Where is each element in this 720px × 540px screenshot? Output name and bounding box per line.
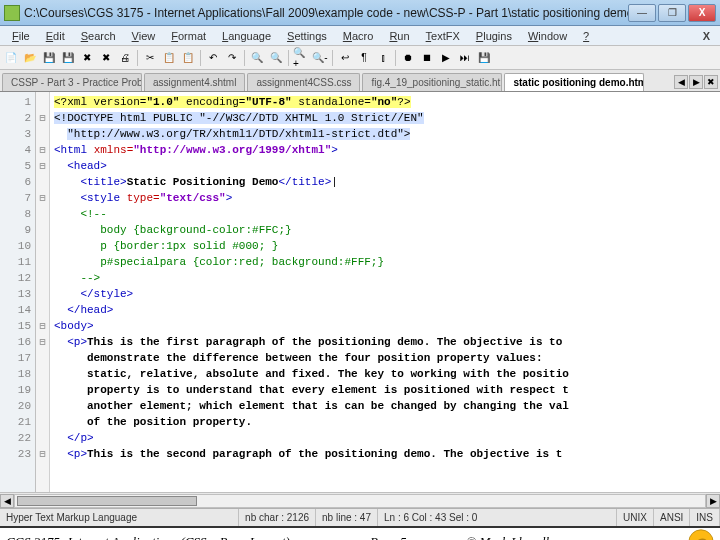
- tab-scroll-right-icon[interactable]: ▶: [689, 75, 703, 89]
- replace-icon[interactable]: 🔍: [267, 49, 285, 67]
- copy-icon[interactable]: 📋: [160, 49, 178, 67]
- indent-guide-icon[interactable]: ⫿: [374, 49, 392, 67]
- find-icon[interactable]: 🔍: [248, 49, 266, 67]
- close-button[interactable]: X: [688, 4, 716, 22]
- document-tab[interactable]: fig.4_19_positioning_static.html: [362, 73, 502, 91]
- menu-settings[interactable]: Settings: [279, 28, 335, 44]
- wordwrap-icon[interactable]: ↩: [336, 49, 354, 67]
- toolbar: 📄 📂 💾 💾 ✖ ✖ 🖨 ✂ 📋 📋 ↶ ↷ 🔍 🔍 🔍+ 🔍- ↩ ¶ ⫿ …: [0, 46, 720, 70]
- slide-footer: CGS 3175: Internet Applications (CSS – P…: [0, 526, 720, 540]
- menu-window[interactable]: Window: [520, 28, 575, 44]
- menu-view[interactable]: View: [124, 28, 164, 44]
- save-icon[interactable]: 💾: [40, 49, 58, 67]
- status-language: Hyper Text Markup Language: [0, 509, 239, 526]
- code-content[interactable]: <?xml version="1.0" encoding="UTF-8" sta…: [50, 92, 720, 492]
- menu-macro[interactable]: Macro: [335, 28, 382, 44]
- print-icon[interactable]: 🖨: [116, 49, 134, 67]
- zoom-out-icon[interactable]: 🔍-: [311, 49, 329, 67]
- scroll-track[interactable]: [14, 494, 706, 508]
- statusbar: Hyper Text Markup Language nb char : 212…: [0, 508, 720, 526]
- status-line-count: nb line : 47: [316, 509, 378, 526]
- paste-icon[interactable]: 📋: [179, 49, 197, 67]
- footer-copyright: © Mark Llewellyn: [466, 534, 561, 540]
- menu-language[interactable]: Language: [214, 28, 279, 44]
- undo-icon[interactable]: ↶: [204, 49, 222, 67]
- document-close-icon[interactable]: X: [697, 30, 716, 42]
- document-tab[interactable]: static positioning demo.html: [504, 73, 644, 91]
- menu-search[interactable]: Search: [73, 28, 124, 44]
- menu-plugins[interactable]: Plugins: [468, 28, 520, 44]
- status-encoding: ANSI: [654, 509, 690, 526]
- new-file-icon[interactable]: 📄: [2, 49, 20, 67]
- open-file-icon[interactable]: 📂: [21, 49, 39, 67]
- tab-close-icon[interactable]: ✖: [704, 75, 718, 89]
- status-insert-mode: INS: [690, 509, 720, 526]
- redo-icon[interactable]: ↷: [223, 49, 241, 67]
- menu-run[interactable]: Run: [381, 28, 417, 44]
- tab-scroll-left-icon[interactable]: ◀: [674, 75, 688, 89]
- save-macro-icon[interactable]: 💾: [475, 49, 493, 67]
- menu-edit[interactable]: Edit: [38, 28, 73, 44]
- save-all-icon[interactable]: 💾: [59, 49, 77, 67]
- cut-icon[interactable]: ✂: [141, 49, 159, 67]
- menu-format[interactable]: Format: [163, 28, 214, 44]
- close-all-icon[interactable]: ✖: [97, 49, 115, 67]
- window-titlebar: C:\Courses\CGS 3175 - Internet Applicati…: [0, 0, 720, 26]
- footer-page: Page 5: [370, 534, 406, 540]
- footer-course: CGS 3175: Internet Applications (CSS – P…: [6, 534, 290, 540]
- zoom-in-icon[interactable]: 🔍+: [292, 49, 310, 67]
- status-position: Ln : 6 Col : 43 Sel : 0: [378, 509, 617, 526]
- scroll-thumb[interactable]: [17, 496, 197, 506]
- status-char-count: nb char : 2126: [239, 509, 316, 526]
- document-tabbar: CSSP - Part 3 - Practice Problem 2.htmla…: [0, 70, 720, 92]
- scroll-right-icon[interactable]: ▶: [706, 494, 720, 508]
- horizontal-scrollbar[interactable]: ◀ ▶: [0, 492, 720, 508]
- app-icon: [4, 5, 20, 21]
- menu-textfx[interactable]: TextFX: [418, 28, 468, 44]
- show-all-chars-icon[interactable]: ¶: [355, 49, 373, 67]
- document-tab[interactable]: CSSP - Part 3 - Practice Problem 2.html: [2, 73, 142, 91]
- maximize-button[interactable]: ❐: [658, 4, 686, 22]
- menu-?[interactable]: ?: [575, 28, 597, 44]
- line-number-gutter: 1234567891011121314151617181920212223: [0, 92, 36, 492]
- pegasus-logo-icon: [688, 529, 714, 540]
- record-macro-icon[interactable]: ⏺: [399, 49, 417, 67]
- menu-file[interactable]: File: [4, 28, 38, 44]
- minimize-button[interactable]: —: [628, 4, 656, 22]
- editor[interactable]: 1234567891011121314151617181920212223 ⊟ …: [0, 92, 720, 492]
- play-macro-icon[interactable]: ▶: [437, 49, 455, 67]
- stop-macro-icon[interactable]: ⏹: [418, 49, 436, 67]
- scroll-left-icon[interactable]: ◀: [0, 494, 14, 508]
- svg-point-0: [689, 530, 713, 540]
- document-tab[interactable]: assignment4CSS.css: [247, 73, 360, 91]
- document-tab[interactable]: assignment4.shtml: [144, 73, 245, 91]
- close-file-icon[interactable]: ✖: [78, 49, 96, 67]
- status-eol: UNIX: [617, 509, 654, 526]
- play-multi-icon[interactable]: ⏭: [456, 49, 474, 67]
- menubar: FileEditSearchViewFormatLanguageSettings…: [0, 26, 720, 46]
- fold-markers[interactable]: ⊟ ⊟⊟ ⊟ ⊟⊟ ⊟: [36, 92, 50, 492]
- window-title: C:\Courses\CGS 3175 - Internet Applicati…: [24, 6, 628, 20]
